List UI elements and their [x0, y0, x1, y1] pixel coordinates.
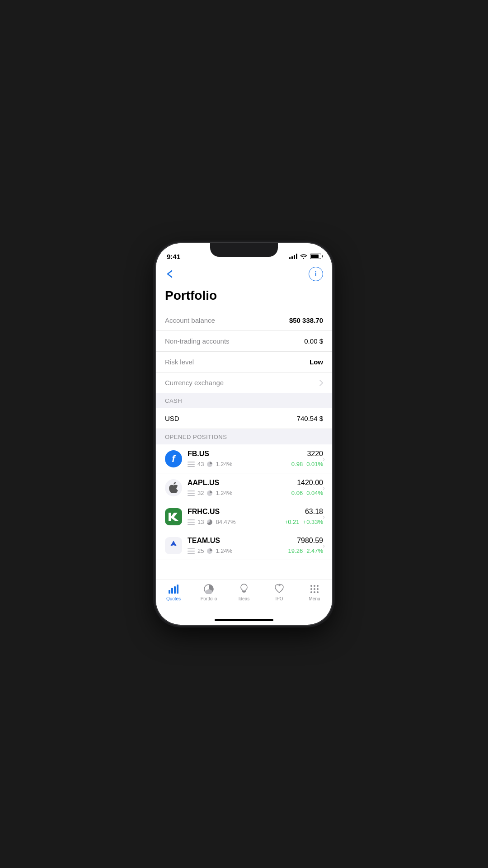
- svg-rect-6: [188, 495, 195, 496]
- team-changes: 19.26 2.47%: [288, 547, 323, 554]
- fb-chevron: ›: [323, 455, 325, 462]
- team-chevron: ›: [323, 542, 325, 549]
- svg-point-31: [310, 591, 312, 593]
- account-balance-label: Account balance: [165, 316, 215, 324]
- aapl-change: 0.06: [291, 490, 303, 496]
- aapl-logo: [165, 479, 182, 496]
- currency-exchange-label: Currency exchange: [165, 379, 224, 387]
- stock-item-aapl[interactable]: AAPL.US 1420.00 32: [156, 473, 332, 502]
- quotes-label: Quotes: [166, 596, 181, 601]
- team-info: TEAM.US 7980.59 25: [188, 537, 323, 554]
- fb-change: 0.98: [291, 461, 303, 467]
- svg-rect-0: [188, 462, 195, 462]
- svg-rect-18: [169, 590, 170, 594]
- positions-header-text: OPENED POSITIONS: [165, 434, 227, 440]
- wifi-icon: [300, 254, 307, 259]
- battery-icon: [310, 254, 321, 259]
- portfolio-icon: [203, 584, 214, 594]
- svg-point-27: [317, 585, 319, 587]
- svg-rect-9: [188, 519, 195, 520]
- fb-info: FB.US 3220 43: [188, 450, 323, 467]
- home-indicator: [215, 619, 273, 621]
- svg-point-25: [310, 585, 312, 587]
- stock-item-fb[interactable]: f FB.US 3220 43: [156, 444, 332, 473]
- status-icons: [289, 254, 321, 259]
- team-pie-icon: [206, 548, 213, 554]
- svg-point-28: [310, 588, 312, 590]
- cash-header-text: CASH: [165, 397, 182, 404]
- fb-price: 3220: [307, 450, 323, 458]
- risk-level-label: Risk level: [165, 358, 194, 366]
- stock-item-team[interactable]: TEAM.US 7980.59 25: [156, 531, 332, 560]
- quotes-icon: [168, 584, 179, 594]
- stock-item-frhc[interactable]: FRHC.US 63.18 13: [156, 502, 332, 531]
- non-trading-row: Non-trading accounts 0.00 $: [156, 331, 332, 352]
- nav-menu[interactable]: Menu: [297, 584, 332, 601]
- page-header: i: [156, 263, 332, 287]
- team-quantity: 25: [197, 547, 204, 554]
- fb-pie-icon: [206, 461, 213, 467]
- nav-ideas[interactable]: Ideas: [226, 584, 262, 601]
- team-ticker: TEAM.US: [188, 537, 220, 545]
- frhc-change-pct: +0.33%: [303, 519, 323, 525]
- ideas-label: Ideas: [239, 596, 249, 601]
- svg-rect-10: [188, 522, 195, 523]
- svg-rect-23: [242, 591, 246, 592]
- aapl-meta: 32 1.24%: [188, 490, 232, 496]
- nav-quotes[interactable]: Quotes: [156, 584, 191, 601]
- aapl-price: 1420.00: [297, 479, 323, 487]
- svg-rect-1: [188, 464, 195, 465]
- chevron-right-icon: [319, 380, 323, 386]
- usd-row: USD 740.54 $: [156, 408, 332, 429]
- ipo-label: IPO: [275, 596, 283, 601]
- non-trading-value: 0.00 $: [304, 337, 323, 345]
- svg-point-33: [317, 591, 319, 593]
- portfolio-label: Portfolio: [201, 596, 217, 601]
- frhc-change: +0.21: [285, 519, 300, 525]
- bottom-nav: Quotes Portfolio: [156, 580, 332, 617]
- page-title: Portfolio: [156, 287, 332, 310]
- positions-section-header: OPENED POSITIONS: [156, 429, 332, 444]
- svg-point-29: [314, 588, 315, 590]
- frhc-info: FRHC.US 63.18 13: [188, 508, 323, 525]
- svg-point-32: [314, 591, 315, 593]
- aapl-allocation: 1.24%: [216, 490, 232, 496]
- team-change: 19.26: [288, 547, 303, 554]
- svg-rect-20: [174, 586, 176, 594]
- fb-ticker: FB.US: [188, 450, 209, 458]
- ipo-icon: [274, 584, 285, 594]
- svg-rect-11: [188, 524, 195, 525]
- svg-rect-24: [243, 593, 245, 594]
- frhc-layers-icon: [188, 519, 195, 525]
- frhc-allocation: 84.47%: [216, 519, 235, 525]
- fb-logo: f: [165, 450, 182, 467]
- svg-rect-5: [188, 493, 195, 494]
- ideas-icon: [239, 584, 249, 594]
- aapl-info: AAPL.US 1420.00 32: [188, 479, 323, 496]
- status-time: 9:41: [167, 253, 180, 260]
- aapl-chevron: ›: [323, 484, 325, 491]
- svg-rect-13: [165, 537, 182, 554]
- svg-rect-21: [177, 585, 178, 594]
- risk-level-row: Risk level Low: [156, 352, 332, 373]
- svg-rect-19: [171, 588, 173, 594]
- aapl-layers-icon: [188, 491, 195, 496]
- nav-portfolio[interactable]: Portfolio: [191, 584, 226, 601]
- aapl-ticker: AAPL.US: [188, 479, 219, 487]
- back-button[interactable]: [165, 269, 176, 278]
- menu-icon: [309, 584, 320, 594]
- fb-change-pct: 0.01%: [306, 461, 323, 467]
- info-button[interactable]: i: [309, 267, 323, 281]
- currency-exchange-row[interactable]: Currency exchange: [156, 373, 332, 393]
- svg-rect-2: [188, 466, 195, 467]
- frhc-logo: [165, 508, 182, 525]
- team-price: 7980.59: [297, 537, 323, 545]
- risk-level-value: Low: [310, 358, 323, 366]
- svg-rect-16: [188, 553, 195, 554]
- nav-ipo[interactable]: IPO: [262, 584, 297, 601]
- team-change-pct: 2.47%: [306, 547, 323, 554]
- svg-rect-15: [188, 551, 195, 552]
- menu-label: Menu: [309, 596, 320, 601]
- svg-point-26: [314, 585, 315, 587]
- usd-label: USD: [165, 415, 179, 422]
